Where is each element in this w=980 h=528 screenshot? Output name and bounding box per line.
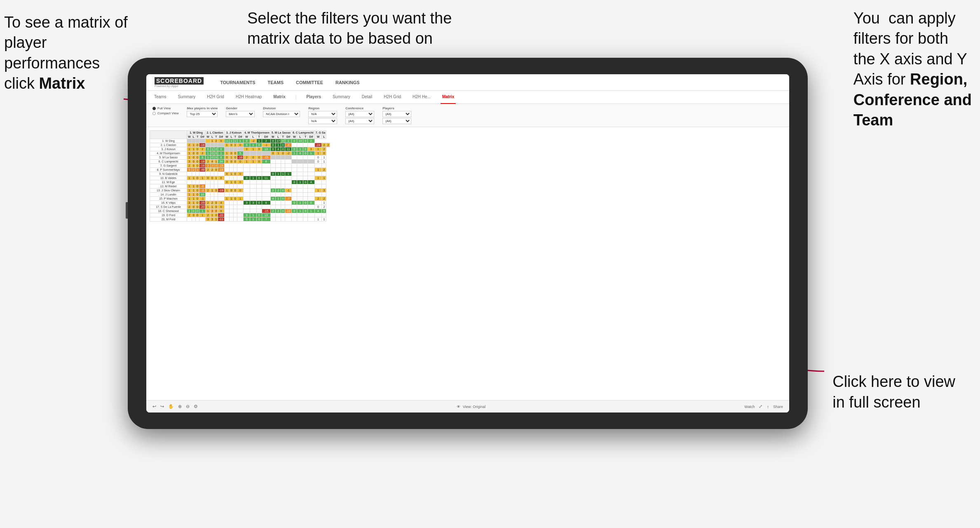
matrix-cell: 2: [322, 147, 326, 151]
division-select[interactable]: NCAA Division I: [263, 111, 300, 117]
matrix-cell-self: [250, 151, 257, 156]
player-name-cell: 13. J Skov Olesen: [150, 189, 187, 193]
matrix-cell: 17: [275, 139, 281, 143]
matrix-cell: 0: [195, 213, 199, 217]
matrix-cell: 10: [199, 193, 206, 197]
tablet-screen: SCOREBOARD Powered by clippd TOURNAMENTS…: [146, 74, 789, 412]
matrix-cell: [275, 217, 281, 222]
matrix-cell: 0: [281, 209, 285, 213]
nav-teams[interactable]: TEAMS: [267, 80, 284, 85]
matrix-cell: [199, 180, 206, 184]
matrix-cell: 1: [187, 147, 192, 151]
max-players-select[interactable]: Top 25: [187, 111, 218, 117]
conference-select-1[interactable]: (All): [345, 111, 374, 117]
matrix-cell: [308, 168, 315, 172]
matrix-cell: [214, 184, 218, 189]
undo-icon[interactable]: ↩: [152, 404, 156, 409]
matrix-cell: [322, 213, 326, 217]
matrix-cell: 2: [244, 156, 250, 160]
tab-detail[interactable]: Detail: [360, 91, 374, 104]
tab-matrix-left[interactable]: Matrix: [272, 91, 287, 104]
tab-matrix-active[interactable]: Matrix: [441, 91, 456, 104]
matrix-cell: [256, 172, 262, 176]
full-view-radio[interactable]: Full View: [152, 106, 178, 110]
player-name-cell: 16. K Vilips: [150, 201, 187, 205]
main-content[interactable]: 1. W Ding 2. L Clanton 3. J Koivun 4. M …: [146, 127, 789, 402]
tab-players[interactable]: Players: [305, 91, 323, 104]
matrix-cell: 11: [262, 176, 270, 180]
matrix-cell: [303, 168, 308, 172]
matrix-cell: 0: [192, 164, 195, 168]
matrix-cell: [224, 168, 230, 172]
matrix-cell: 1: [256, 139, 262, 143]
nav-committee[interactable]: COMMITTEE: [296, 80, 323, 85]
matrix-cell: [281, 168, 285, 172]
matrix-cell: 0: [233, 172, 237, 176]
nav-items: TOURNAMENTS TEAMS COMMITTEE RANKINGS: [220, 80, 360, 85]
matrix-cell: [297, 217, 303, 222]
matrix-cell: 1: [275, 197, 281, 201]
matrix-cell: [285, 176, 292, 180]
region-select-2[interactable]: N/A: [308, 118, 337, 124]
nav-rankings[interactable]: RANKINGS: [335, 80, 360, 85]
settings-icon[interactable]: ⚙: [194, 404, 198, 409]
matrix-cell: 1: [192, 147, 195, 151]
matrix-cell: [297, 172, 303, 176]
redo-icon[interactable]: ↪: [160, 404, 164, 409]
matrix-cell: 0: [195, 143, 199, 147]
matrix-cell: [285, 168, 292, 172]
players-select-1[interactable]: (All): [382, 111, 411, 117]
zoom-in-icon[interactable]: ⊕: [178, 404, 182, 409]
region-select-1[interactable]: N/A: [308, 111, 337, 117]
matrix-cell: 4: [218, 201, 224, 205]
expand-icon[interactable]: ⤢: [759, 404, 762, 409]
matrix-cell-self: [214, 143, 218, 147]
tab-summary2[interactable]: Summary: [331, 91, 352, 104]
gender-select[interactable]: Men's: [226, 111, 255, 117]
zoom-out-icon[interactable]: ⊖: [186, 404, 190, 409]
compact-view-radio[interactable]: Compact View: [152, 111, 178, 115]
players-select-2[interactable]: (All): [382, 118, 411, 124]
matrix-cell: 13: [297, 139, 303, 143]
matrix-cell: [297, 193, 303, 197]
matrix-cell: [256, 193, 262, 197]
table-row: 17. S De La Fuente200-20110002: [150, 205, 330, 209]
matrix-cell: 1: [314, 168, 322, 172]
matrix-cell: [303, 164, 308, 168]
matrix-cell: 0: [233, 197, 237, 201]
hand-icon[interactable]: ✋: [168, 404, 174, 409]
matrix-cell: [244, 168, 250, 172]
matrix-cell: 0: [195, 201, 199, 205]
conference-select-2[interactable]: (All): [345, 118, 374, 124]
matrix-cell: [262, 168, 270, 172]
filter-region: Region N/A N/A: [308, 106, 337, 124]
matrix-cell: 0: [195, 193, 199, 197]
matrix-cell: 24: [218, 160, 224, 164]
tab-h2h-he[interactable]: H2H He...: [411, 91, 432, 104]
tab-h2h-grid2[interactable]: H2H Grid: [382, 91, 403, 104]
matrix-cell: -16: [199, 160, 206, 164]
matrix-cell: [275, 168, 281, 172]
matrix-cell: 0: [195, 164, 199, 168]
matrix-cell: [308, 156, 315, 160]
nav-tournaments[interactable]: TOURNAMENTS: [220, 80, 255, 85]
table-row: 14. J Lundin11010: [150, 193, 330, 197]
tab-h2h-grid[interactable]: H2H Grid: [205, 91, 226, 104]
matrix-cell: -16: [237, 156, 243, 160]
player-name-cell: 19. D Ford: [150, 213, 187, 217]
share-icon[interactable]: ↑: [767, 404, 769, 409]
matrix-cell: [308, 197, 315, 201]
tab-h2h-heatmap[interactable]: H2H Heatmap: [234, 91, 263, 104]
matrix-cell: [275, 176, 281, 180]
matrix-cell: [230, 168, 233, 172]
matrix-cell: 0: [230, 151, 233, 156]
watch-label[interactable]: Watch: [744, 405, 755, 409]
matrix-cell: 0: [303, 139, 308, 143]
tab-summary[interactable]: Summary: [176, 91, 197, 104]
tab-teams[interactable]: Teams: [152, 91, 168, 104]
matrix-cell: [275, 180, 281, 184]
matrix-cell: [262, 193, 270, 197]
matrix-cell: 1: [192, 201, 195, 205]
share-label[interactable]: Share: [773, 405, 783, 409]
annotation-top-left-text: To see a matrix ofplayer performancescli…: [4, 14, 128, 92]
